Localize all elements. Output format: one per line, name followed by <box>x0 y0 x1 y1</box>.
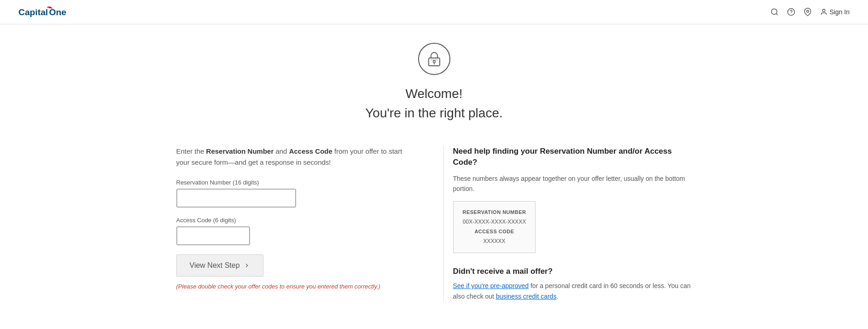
help-title: Need help finding your Reservation Numbe… <box>453 146 692 168</box>
no-offer-end: . <box>556 293 558 300</box>
reservation-label: Reservation Number (16 digits) <box>176 179 416 186</box>
main-content: Welcome! You're in the right place. Ente… <box>158 24 711 329</box>
svg-rect-8 <box>429 58 440 66</box>
hero-title: Welcome! You're in the right place. <box>176 84 692 123</box>
reservation-field-group: Reservation Number (16 digits) <box>176 179 416 208</box>
nav-icons: Sign In <box>770 8 850 16</box>
location-button[interactable] <box>804 8 812 16</box>
access-card-value: XXXXXX <box>463 237 526 247</box>
search-button[interactable] <box>770 8 779 16</box>
warning-text: (Please double check your offer codes to… <box>176 283 416 290</box>
pre-approved-link[interactable]: See if you're pre-approved <box>453 282 529 289</box>
sign-in-label: Sign In <box>829 8 850 16</box>
access-field-group: Access Code (6 digits) <box>176 217 416 245</box>
form-section: Enter the Reservation Number and Access … <box>176 146 416 290</box>
view-next-step-button[interactable]: View Next Step <box>176 254 263 277</box>
reservation-number-input[interactable] <box>176 189 296 208</box>
two-col-layout: Enter the Reservation Number and Access … <box>176 146 692 301</box>
svg-point-9 <box>433 61 435 63</box>
svg-point-6 <box>807 10 809 12</box>
access-card-label: ACCESS CODE <box>463 227 526 237</box>
svg-point-2 <box>772 9 777 14</box>
help-section: Need help finding your Reservation Numbe… <box>443 146 692 301</box>
business-credit-link[interactable]: business credit cards <box>496 293 557 300</box>
lock-icon <box>426 51 443 67</box>
reservation-card-value: 00X-XXXX-XXXX-XXXXX <box>463 217 526 227</box>
svg-text:One: One <box>49 7 67 17</box>
svg-line-3 <box>776 13 778 15</box>
access-bold: Access Code <box>289 147 332 155</box>
intro-text: Enter the Reservation Number and Access … <box>176 146 416 168</box>
logo[interactable]: Capital One <box>18 6 67 18</box>
reservation-card-label: RESERVATION NUMBER <box>463 208 526 217</box>
help-desc: These numbers always appear together on … <box>453 173 692 194</box>
access-code-input[interactable] <box>176 226 250 245</box>
no-offer-text: See if you're pre-approved for a persona… <box>453 281 692 301</box>
access-label: Access Code (6 digits) <box>176 217 416 224</box>
chevron-right-icon <box>244 262 250 269</box>
reservation-bold: Reservation Number <box>206 147 274 155</box>
sign-in-button[interactable]: Sign In <box>820 8 850 16</box>
help-button[interactable] <box>787 8 795 16</box>
hero-section: Welcome! You're in the right place. <box>176 43 692 123</box>
svg-point-7 <box>823 9 825 12</box>
btn-next-label: View Next Step <box>190 261 240 270</box>
no-offer-title: Didn't receive a mail offer? <box>453 267 692 276</box>
lock-icon-circle <box>418 43 450 75</box>
site-header: Capital One <box>0 0 868 24</box>
svg-text:Capital: Capital <box>18 7 48 17</box>
offer-sample-card: RESERVATION NUMBER 00X-XXXX-XXXX-XXXXX A… <box>453 201 536 253</box>
